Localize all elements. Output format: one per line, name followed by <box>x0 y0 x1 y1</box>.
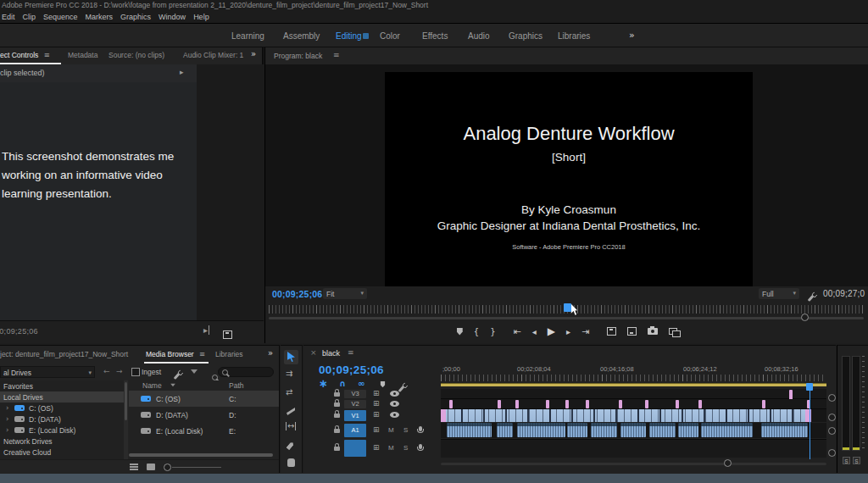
tree-item-network-drives[interactable]: Network Drives <box>3 437 53 446</box>
track-label-a1[interactable]: A1 <box>344 424 366 437</box>
solo-button[interactable]: S <box>403 426 408 434</box>
audio-clip[interactable] <box>678 423 698 437</box>
mute-button[interactable]: M <box>388 426 394 434</box>
list-row-c[interactable]: C: (OS) C: <box>129 391 279 407</box>
timeline-h-scrollbar[interactable] <box>441 463 826 465</box>
panel-menu-icon[interactable]: ≡ <box>199 350 205 358</box>
menu-item-edit[interactable]: Edit <box>2 13 15 21</box>
workspace-tab-audio[interactable]: Audio <box>468 31 490 41</box>
thumbnail-view-button[interactable] <box>147 464 155 470</box>
ingest-checkbox[interactable] <box>131 368 140 376</box>
track-resize-handle[interactable] <box>828 449 836 457</box>
audio-clip[interactable] <box>447 423 492 437</box>
tab-source[interactable]: Source: (no clips) <box>108 51 164 59</box>
track-header-v3[interactable]: V3 ⊞ <box>332 389 441 399</box>
work-area-bar[interactable] <box>441 383 826 386</box>
sync-lock-icon[interactable]: ⊞ <box>373 410 380 419</box>
export-frame-button[interactable] <box>648 328 658 335</box>
hand-tool[interactable] <box>287 458 295 467</box>
program-scrollbar-handle[interactable] <box>801 314 809 321</box>
solo-button[interactable]: S <box>403 444 408 452</box>
meter-solo-right-button[interactable]: S <box>853 457 860 464</box>
selection-tool[interactable] <box>284 350 298 364</box>
extract-button[interactable] <box>627 327 637 336</box>
timeline-playhead-handle[interactable] <box>806 383 813 391</box>
audio-clip[interactable] <box>649 423 676 437</box>
go-to-out-button[interactable]: ⇥ <box>581 326 589 337</box>
title-clip[interactable] <box>449 400 453 408</box>
search-input[interactable] <box>218 367 274 377</box>
lift-button[interactable] <box>607 327 616 336</box>
track-select-forward-tool[interactable]: ⇉ <box>286 369 292 378</box>
track-output-eye-icon[interactable] <box>390 391 399 397</box>
menu-item-graphics[interactable]: Graphics <box>120 13 151 21</box>
title-clip[interactable] <box>498 400 501 408</box>
title-clip[interactable] <box>565 400 569 408</box>
panel-overflow-icon[interactable]: » <box>251 49 256 58</box>
ripple-edit-tool[interactable]: ⇄ <box>286 387 292 397</box>
zoom-level-dropdown[interactable]: Fit ▾ <box>323 288 367 299</box>
panel-menu-icon[interactable]: ≡ <box>44 51 50 59</box>
column-name[interactable]: Name <box>142 381 162 390</box>
track-header-v1[interactable]: V1 ⊞ <box>332 409 441 422</box>
title-clip[interactable] <box>698 400 702 408</box>
list-h-scrollbar[interactable] <box>129 453 273 457</box>
v1-pink-clip-start[interactable] <box>441 409 446 422</box>
workspace-overflow-icon[interactable]: » <box>629 30 635 41</box>
track-label-v3[interactable]: V3 <box>344 390 366 398</box>
tree-item-d-drive[interactable]: › D: (DATA) <box>0 414 124 425</box>
list-row-d[interactable]: D: (DATA) D: <box>129 407 279 423</box>
lock-icon[interactable] <box>334 414 340 418</box>
lock-icon[interactable] <box>334 392 340 397</box>
mark-in-button[interactable]: { <box>474 327 479 336</box>
step-forward-button[interactable]: ▸ <box>566 327 570 336</box>
sync-lock-icon[interactable]: ⊞ <box>373 425 380 434</box>
track-resize-handle[interactable] <box>828 414 836 421</box>
audio-clip[interactable] <box>761 423 808 437</box>
tree-item-c-drive[interactable]: › C: (OS) <box>0 402 124 414</box>
menu-item-window[interactable]: Window <box>159 13 186 21</box>
workspace-tab-editing[interactable]: Editing <box>336 31 362 41</box>
back-icon[interactable]: ← <box>103 367 110 375</box>
comparison-view-button[interactable] <box>669 328 677 335</box>
menu-item-help[interactable]: Help <box>193 13 209 21</box>
voiceover-mic-icon[interactable] <box>419 444 422 449</box>
play-button[interactable]: ▶ <box>548 325 555 337</box>
track-label-a2[interactable] <box>344 440 366 457</box>
play-only-icon[interactable]: ▸ <box>203 325 209 335</box>
panel-overflow-icon[interactable]: » <box>268 348 273 358</box>
track-label-v2[interactable]: V2 <box>344 400 366 408</box>
track-label-v1[interactable]: V1 <box>344 410 366 421</box>
audio-clip[interactable] <box>701 423 753 437</box>
tab-media-browser[interactable]: Media Browser ≡ <box>146 350 205 358</box>
title-clip[interactable] <box>676 400 679 408</box>
title-clip[interactable] <box>645 400 648 408</box>
workspace-tab-editing-icon[interactable] <box>363 33 369 39</box>
step-back-button[interactable]: ◂ <box>532 327 537 336</box>
tree-scrollbar-thumb[interactable] <box>125 382 127 420</box>
mark-out-button[interactable]: } <box>490 327 495 336</box>
audio-clip[interactable] <box>497 423 513 437</box>
title-clip[interactable] <box>546 400 549 408</box>
program-monitor-title[interactable]: Program: black <box>274 52 322 60</box>
filter-icon[interactable] <box>191 369 198 374</box>
sync-lock-icon[interactable]: ⊞ <box>373 443 380 452</box>
list-row-e[interactable]: E: (Local Disk) E: <box>129 423 279 439</box>
add-marker-button[interactable] <box>457 328 463 336</box>
voiceover-mic-icon[interactable] <box>419 426 422 431</box>
program-playhead-handle[interactable] <box>564 303 571 312</box>
tree-item-favorites[interactable]: Favorites <box>3 382 33 391</box>
audio-clip[interactable] <box>567 423 587 437</box>
workspace-tab-libraries[interactable]: Libraries <box>558 31 590 41</box>
pen-tool[interactable] <box>286 441 294 451</box>
timeline-scrollbar-handle[interactable] <box>724 459 732 467</box>
track-output-eye-icon[interactable] <box>390 401 399 407</box>
lock-icon[interactable] <box>334 447 340 451</box>
settings-wrench-icon[interactable] <box>808 295 815 302</box>
track-header-v2[interactable]: V2 ⊞ <box>332 399 441 409</box>
sync-lock-icon[interactable]: ⊞ <box>373 399 380 408</box>
slip-tool[interactable]: ↔ <box>286 422 296 430</box>
timeline-ruler[interactable]: ;00;00 00;02;08;04 00;04;16;08 00;06;24;… <box>441 363 826 383</box>
razor-tool[interactable] <box>287 408 295 415</box>
panel-menu-icon[interactable]: ≡ <box>333 51 340 59</box>
